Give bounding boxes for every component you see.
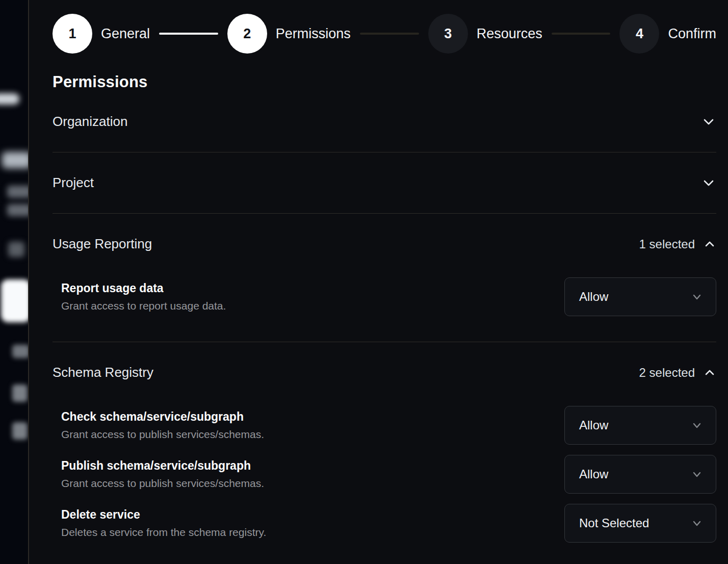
section-title: Organization — [53, 114, 127, 130]
step-3-number: 3 — [444, 26, 452, 42]
section-title: Project — [53, 175, 94, 191]
step-1-number: 1 — [68, 26, 76, 42]
permission-row-report-usage-data: Report usage data Grant access to report… — [53, 277, 716, 316]
chevron-up-icon — [703, 366, 716, 379]
select-value: Allow — [579, 290, 608, 304]
section-meta: 2 selected — [639, 366, 716, 380]
step-connector-inactive — [552, 33, 611, 35]
chevron-down-icon — [690, 468, 704, 481]
chevron-down-icon — [690, 419, 704, 432]
page-title: Permissions — [53, 73, 716, 91]
permission-select-check-schema[interactable]: Allow — [564, 406, 716, 445]
step-4-circle[interactable]: 4 — [619, 14, 659, 54]
permission-title: Check schema/service/subgraph — [61, 410, 264, 424]
section-organization: Organization — [53, 91, 716, 152]
backdrop-blur-blob — [12, 422, 28, 440]
backdrop-blur-blob — [7, 186, 28, 198]
step-connector-active — [159, 33, 218, 35]
step-1-circle[interactable]: 1 — [53, 14, 92, 54]
chevron-down-icon — [701, 114, 716, 130]
permission-text: Report usage data Grant access to report… — [61, 281, 226, 312]
step-1-label: General — [101, 26, 150, 42]
selected-count-badge: 2 selected — [639, 366, 695, 380]
background-page-blur — [0, 0, 28, 564]
section-project-header[interactable]: Project — [53, 175, 716, 191]
backdrop-blur-blob — [12, 384, 28, 402]
section-title: Schema Registry — [53, 365, 153, 380]
section-title: Usage Reporting — [53, 236, 152, 252]
permission-row-check-schema: Check schema/service/subgraph Grant acce… — [53, 406, 716, 445]
permission-title: Publish schema/service/subgraph — [61, 459, 264, 473]
backdrop-blur-blob — [12, 345, 28, 358]
step-connector-inactive — [360, 33, 419, 35]
step-4-number: 4 — [636, 26, 643, 42]
permission-select-report-usage-data[interactable]: Allow — [564, 277, 716, 316]
select-value: Allow — [579, 467, 608, 481]
chevron-down-icon — [701, 175, 716, 191]
permission-title: Delete service — [61, 508, 266, 522]
section-schema-registry: Schema Registry 2 selected Check schema/… — [53, 342, 716, 564]
section-project: Project — [53, 152, 716, 214]
step-3-label: Resources — [477, 26, 542, 42]
backdrop-blur-blob — [2, 152, 28, 168]
selected-count-badge: 1 selected — [639, 237, 695, 251]
section-schema-registry-header[interactable]: Schema Registry 2 selected — [53, 365, 716, 380]
permission-description: Grant access to report usage data. — [61, 300, 226, 312]
section-usage-reporting: Usage Reporting 1 selected Report usage … — [53, 214, 716, 342]
permission-description: Grant access to publish services/schemas… — [61, 477, 264, 490]
section-organization-header[interactable]: Organization — [53, 114, 716, 130]
step-4-label: Confirm — [668, 26, 716, 42]
section-usage-reporting-header[interactable]: Usage Reporting 1 selected — [53, 236, 716, 252]
permission-title: Report usage data — [61, 281, 226, 295]
backdrop-blur-blob — [8, 242, 24, 257]
select-value: Allow — [579, 418, 608, 432]
chevron-down-icon — [690, 290, 704, 303]
step-2-number: 2 — [243, 26, 251, 42]
wizard-stepper: 1 General 2 Permissions 3 Resources 4 Co… — [53, 14, 716, 54]
section-meta: 1 selected — [639, 237, 716, 251]
permission-description: Deletes a service from the schema regist… — [61, 526, 266, 539]
chevron-up-icon — [703, 238, 716, 251]
step-3-circle[interactable]: 3 — [428, 14, 468, 54]
permission-select-publish-schema[interactable]: Allow — [564, 455, 716, 494]
permission-text: Publish schema/service/subgraph Grant ac… — [61, 459, 264, 490]
permission-text: Delete service Deletes a service from th… — [61, 508, 266, 539]
step-2-circle[interactable]: 2 — [227, 14, 267, 54]
permission-description: Grant access to publish services/schemas… — [61, 428, 264, 441]
create-token-wizard-modal: 1 General 2 Permissions 3 Resources 4 Co… — [28, 0, 728, 564]
permission-row-delete-service: Delete service Deletes a service from th… — [53, 504, 716, 543]
backdrop-blur-blob — [0, 93, 19, 105]
permission-text: Check schema/service/subgraph Grant acce… — [61, 410, 264, 441]
backdrop-blur-blob — [1, 279, 28, 322]
chevron-down-icon — [690, 517, 704, 530]
permission-select-delete-service[interactable]: Not Selected — [564, 504, 716, 543]
backdrop-blur-blob — [7, 204, 28, 216]
select-value: Not Selected — [579, 516, 649, 530]
step-2-label: Permissions — [276, 26, 351, 42]
permission-row-publish-schema: Publish schema/service/subgraph Grant ac… — [53, 455, 716, 494]
